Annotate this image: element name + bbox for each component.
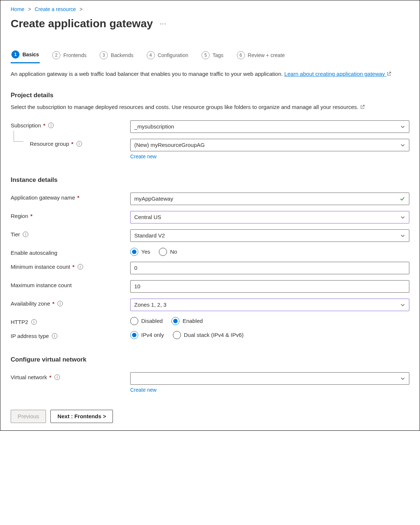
- radio-icon: [171, 317, 179, 325]
- radio-label: Dual stack (IPv4 & IPv6): [184, 332, 244, 338]
- intro-text: An application gateway is a web traffic …: [11, 70, 409, 78]
- required-icon: *: [72, 264, 75, 270]
- section-desc-text: Select the subscription to manage deploy…: [11, 104, 359, 110]
- chevron-right-icon: >: [77, 6, 85, 12]
- breadcrumb-create-resource[interactable]: Create a resource: [35, 6, 76, 12]
- dropdown-value: Standard V2: [134, 232, 165, 239]
- tab-number: 3: [100, 51, 108, 59]
- required-icon: *: [71, 141, 74, 147]
- subscription-dropdown[interactable]: _mysubscription: [130, 120, 409, 133]
- tab-number: 4: [147, 51, 155, 59]
- previous-button[interactable]: Previous: [11, 410, 46, 423]
- section-heading-project: Project details: [11, 92, 409, 99]
- learn-more-label: Learn about creating application gateway: [284, 71, 385, 77]
- radio-label: Enabled: [182, 318, 203, 324]
- radio-autoscale-no[interactable]: No: [159, 248, 177, 256]
- input-value: myAppGateway: [134, 195, 173, 202]
- radio-autoscale-yes[interactable]: Yes: [130, 248, 150, 256]
- vnet-dropdown[interactable]: [130, 372, 409, 385]
- tab-backends[interactable]: 3 Backends: [99, 48, 134, 63]
- info-icon[interactable]: i: [54, 374, 60, 380]
- required-icon: *: [77, 194, 79, 201]
- info-icon[interactable]: i: [48, 123, 54, 128]
- page-title: Create application gateway: [11, 17, 153, 30]
- chevron-right-icon: >: [26, 6, 33, 12]
- breadcrumb: Home > Create a resource >: [11, 6, 409, 12]
- radio-icon: [130, 331, 138, 339]
- create-new-rg-link[interactable]: Create new: [130, 154, 409, 159]
- info-icon[interactable]: i: [76, 141, 82, 147]
- label-min-instance: Minimum instance count * i: [11, 262, 130, 270]
- radio-label: Yes: [141, 249, 150, 255]
- info-icon[interactable]: i: [57, 301, 63, 306]
- section-heading-instance: Instance details: [11, 176, 409, 184]
- tab-label: Frontends: [63, 52, 86, 58]
- tab-label: Review + create: [248, 52, 285, 58]
- label-autoscaling: Enable autoscaling: [11, 248, 130, 256]
- radio-dual-stack[interactable]: Dual stack (IPv4 & IPv6): [173, 331, 244, 339]
- label-region: Region *: [11, 211, 130, 219]
- tab-review-create[interactable]: 6 Review + create: [236, 48, 286, 63]
- radio-label: Disabled: [141, 318, 163, 324]
- label-http2: HTTP2 i: [11, 317, 130, 325]
- tier-dropdown[interactable]: Standard V2: [130, 229, 409, 242]
- chevron-down-icon: [400, 124, 405, 129]
- radio-icon: [130, 317, 138, 325]
- indent-line-icon: [14, 131, 23, 142]
- tab-number: 1: [11, 50, 19, 59]
- external-link-icon: [387, 71, 391, 76]
- chevron-down-icon: [400, 376, 405, 381]
- label-max-instance: Maximum instance count: [11, 280, 130, 288]
- tab-label: Tags: [213, 52, 224, 58]
- section-desc-project: Select the subscription to manage deploy…: [11, 103, 409, 112]
- radio-http2-disabled[interactable]: Disabled: [130, 317, 163, 325]
- next-button[interactable]: Next : Frontends >: [50, 410, 113, 423]
- required-icon: *: [49, 374, 51, 380]
- required-icon: *: [52, 300, 54, 307]
- info-icon[interactable]: i: [78, 264, 83, 269]
- learn-more-link[interactable]: Learn about creating application gateway: [284, 71, 391, 77]
- required-icon: *: [31, 213, 33, 219]
- radio-icon: [130, 248, 138, 256]
- external-link-icon: [360, 105, 365, 109]
- min-instance-input[interactable]: 0: [130, 262, 409, 274]
- intro-body: An application gateway is a web traffic …: [11, 71, 284, 77]
- create-new-vnet-link[interactable]: Create new: [130, 387, 409, 393]
- tab-label: Backends: [111, 52, 133, 58]
- label-gateway-name: Application gateway name *: [11, 193, 130, 201]
- tab-basics[interactable]: 1 Basics: [11, 48, 40, 63]
- chevron-down-icon: [400, 215, 405, 220]
- max-instance-input[interactable]: 10: [130, 280, 409, 293]
- chevron-down-icon: [400, 302, 405, 307]
- input-value: 0: [134, 265, 137, 271]
- tab-number: 6: [237, 51, 245, 59]
- gateway-name-input[interactable]: myAppGateway: [130, 193, 409, 205]
- region-dropdown[interactable]: Central US: [130, 211, 409, 223]
- more-menu-icon[interactable]: ⋯: [160, 20, 167, 28]
- tab-label: Basics: [22, 52, 39, 57]
- info-icon[interactable]: i: [23, 232, 28, 237]
- tab-label: Configuration: [158, 52, 188, 58]
- dropdown-value: Central US: [134, 214, 161, 220]
- section-heading-vnet: Configure virtual network: [11, 356, 409, 363]
- tabs: 1 Basics 2 Frontends 3 Backends 4 Config…: [11, 48, 409, 63]
- info-icon[interactable]: i: [52, 333, 57, 339]
- breadcrumb-home[interactable]: Home: [11, 6, 24, 12]
- az-dropdown[interactable]: Zones 1, 2, 3: [130, 299, 409, 311]
- radio-http2-enabled[interactable]: Enabled: [171, 317, 203, 325]
- radio-ipv4-only[interactable]: IPv4 only: [130, 331, 164, 339]
- label-vnet: Virtual network * i: [11, 372, 130, 380]
- info-icon[interactable]: i: [31, 319, 37, 325]
- label-resource-group: Resource group * i: [11, 139, 130, 147]
- dropdown-value: Zones 1, 2, 3: [134, 302, 167, 308]
- tab-frontends[interactable]: 2 Frontends: [51, 48, 87, 63]
- tab-configuration[interactable]: 4 Configuration: [146, 48, 189, 63]
- radio-label: IPv4 only: [141, 332, 164, 338]
- radio-icon: [159, 248, 167, 256]
- check-icon: [399, 196, 405, 202]
- resource-group-dropdown[interactable]: (New) myResourceGroupAG: [130, 139, 409, 151]
- radio-icon: [173, 331, 181, 339]
- chevron-down-icon: [400, 142, 405, 148]
- tab-tags[interactable]: 5 Tags: [201, 48, 224, 63]
- label-tier: Tier i: [11, 229, 130, 237]
